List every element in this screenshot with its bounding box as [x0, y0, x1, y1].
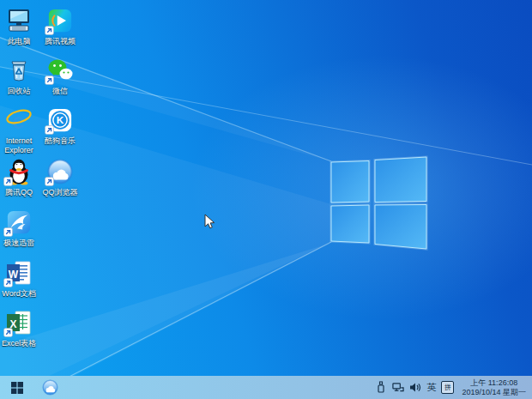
shortcut-arrow-icon: [45, 26, 54, 35]
network-icon[interactable]: [392, 381, 404, 395]
usb-removable-icon[interactable]: [375, 381, 387, 395]
this-pc-icon: [5, 7, 33, 34]
svg-text:K: K: [57, 114, 64, 125]
icon-label: Excel表格: [2, 339, 36, 348]
desktop-icon-thunder[interactable]: 极速迅雷: [0, 209, 38, 248]
icon-label: 极速迅雷: [3, 239, 34, 248]
shortcut-arrow-icon: [45, 177, 54, 186]
icon-label: Word文档: [2, 289, 35, 299]
desktop-icon-tencent-video[interactable]: 腾讯视频: [41, 7, 79, 46]
desktop-icon-tencent-qq[interactable]: 腾讯QQ: [0, 158, 38, 197]
windows-start-icon: [11, 382, 23, 394]
desktop-icon-word[interactable]: W Word文档: [0, 259, 38, 299]
clock-time: 上午 11:26:08: [462, 378, 526, 388]
shortcut-arrow-icon: [3, 227, 13, 237]
ime-language-indicator[interactable]: 英: [426, 381, 436, 394]
volume-icon[interactable]: [409, 381, 421, 395]
shortcut-arrow-icon: [3, 328, 13, 337]
desktop[interactable]: 此电脑 腾讯视频: [0, 0, 532, 399]
icon-label: 回收站: [8, 87, 31, 96]
taskbar-app-qq-browser[interactable]: [34, 376, 65, 399]
ime-mode-badge[interactable]: 拼: [441, 381, 454, 394]
icon-label: QQ浏览器: [42, 188, 77, 197]
desktop-icon-qq-browser[interactable]: QQ浏览器: [41, 158, 79, 197]
system-tray: 英 拼 上午 11:26:08 2019/10/14 星期一: [375, 378, 532, 396]
icon-label: 腾讯QQ: [5, 188, 33, 197]
desktop-icon-internet-explorer[interactable]: e Internet Explorer: [0, 106, 38, 154]
shortcut-arrow-icon: [45, 76, 54, 85]
qq-browser-taskbar-icon: [42, 379, 58, 396]
icon-label: 腾讯视频: [45, 37, 76, 46]
shortcut-arrow-icon: [45, 125, 54, 135]
icon-label: 微信: [52, 87, 68, 96]
icon-label: Internet Explorer: [0, 136, 38, 154]
desktop-icon-excel[interactable]: X Excel表格: [0, 309, 38, 348]
start-button[interactable]: [0, 376, 34, 399]
icon-label: 酷狗音乐: [45, 136, 76, 146]
desktop-icon-this-pc[interactable]: 此电脑: [0, 7, 38, 46]
internet-explorer-icon: e: [5, 106, 33, 134]
desktop-icon-wechat[interactable]: 微信: [41, 57, 79, 96]
recycle-bin-icon: [5, 57, 33, 84]
desktop-icon-kugou-music[interactable]: K 酷狗音乐: [41, 106, 79, 146]
icon-label: 此电脑: [8, 37, 31, 46]
desktop-icon-recycle-bin[interactable]: 回收站: [0, 57, 38, 96]
taskbar: 英 拼 上午 11:26:08 2019/10/14 星期一: [0, 376, 532, 399]
shortcut-arrow-icon: [3, 278, 13, 287]
taskbar-clock[interactable]: 上午 11:26:08 2019/10/14 星期一: [462, 378, 526, 396]
shortcut-arrow-icon: [3, 177, 13, 186]
windows-logo-wallpaper: [0, 0, 532, 399]
clock-date: 2019/10/14 星期一: [462, 388, 526, 397]
